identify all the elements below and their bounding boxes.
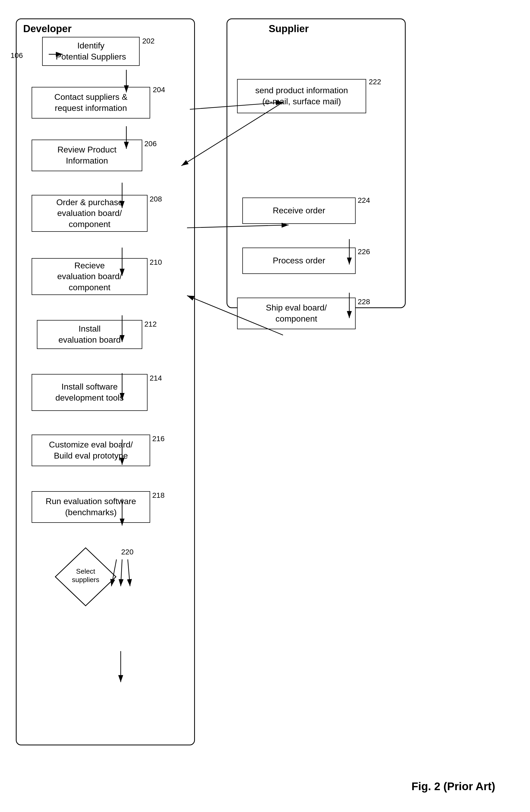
ref-106: 106 (11, 52, 23, 60)
ref-226: 226 (358, 248, 370, 256)
ref-214: 214 (149, 374, 162, 382)
box-receive-order: Receive order (242, 198, 356, 224)
figure-caption: Fig. 2 (Prior Art) (412, 780, 495, 793)
diamond-select: Select suppliers (53, 545, 118, 608)
ref-218: 218 (152, 491, 164, 499)
box-process-order: Process order (242, 248, 356, 274)
box-send-product-label: send product information(e-mail, surface… (255, 85, 348, 107)
svg-text:Select: Select (76, 567, 95, 575)
box-install-sw-label: Install softwaredevelopment tools (55, 381, 124, 403)
ref-206: 206 (144, 140, 157, 148)
box-run-eval: Run evaluation software(benchmarks) (32, 491, 150, 523)
box-ship: Ship eval board/component (237, 298, 356, 329)
box-install-board-label: Installevaluation board (58, 323, 121, 345)
box-run-eval-label: Run evaluation software(benchmarks) (46, 496, 136, 518)
box-process-order-label: Process order (273, 255, 325, 266)
box-customize: Customize eval board/Build eval prototyp… (32, 435, 150, 466)
figure-caption-text: Fig. 2 (Prior Art) (412, 780, 495, 793)
box-customize-label: Customize eval board/Build eval prototyp… (49, 439, 133, 461)
box-contact-label: Contact suppliers &request information (54, 92, 127, 114)
box-install-board: Installevaluation board (37, 320, 142, 349)
box-identify-label: IdentifyPotential Suppliers (56, 40, 126, 62)
box-install-sw: Install softwaredevelopment tools (32, 374, 147, 411)
box-send-product: send product information(e-mail, surface… (237, 79, 366, 113)
supplier-label: Supplier (269, 23, 309, 34)
ref-210: 210 (149, 258, 162, 266)
ref-204: 204 (153, 86, 165, 94)
box-review: Review ProductInformation (32, 140, 142, 171)
box-receive-dev-label: Recieveevaluation board/component (57, 260, 122, 293)
svg-text:suppliers: suppliers (72, 576, 99, 584)
box-order: Order & purchaseevaluation board/compone… (32, 195, 147, 232)
box-order-label: Order & purchaseevaluation board/compone… (56, 197, 123, 230)
box-review-label: Review ProductInformation (57, 144, 116, 166)
ref-228: 228 (358, 298, 370, 306)
diagram-container: Developer Supplier 106 IdentifyPotential… (11, 11, 521, 801)
developer-label: Developer (23, 23, 72, 34)
ref-224: 224 (358, 196, 370, 205)
ref-212: 212 (144, 320, 157, 329)
ref-222: 222 (369, 78, 381, 86)
box-identify: IdentifyPotential Suppliers (42, 37, 140, 66)
ref-208: 208 (149, 195, 162, 203)
ref-220: 220 (121, 548, 133, 556)
ref-216: 216 (152, 435, 164, 443)
box-ship-label: Ship eval board/component (266, 302, 327, 324)
box-receive-dev: Recieveevaluation board/component (32, 258, 147, 295)
ref-202: 202 (142, 37, 155, 45)
box-receive-order-label: Receive order (273, 205, 325, 216)
box-contact: Contact suppliers &request information (32, 87, 150, 118)
